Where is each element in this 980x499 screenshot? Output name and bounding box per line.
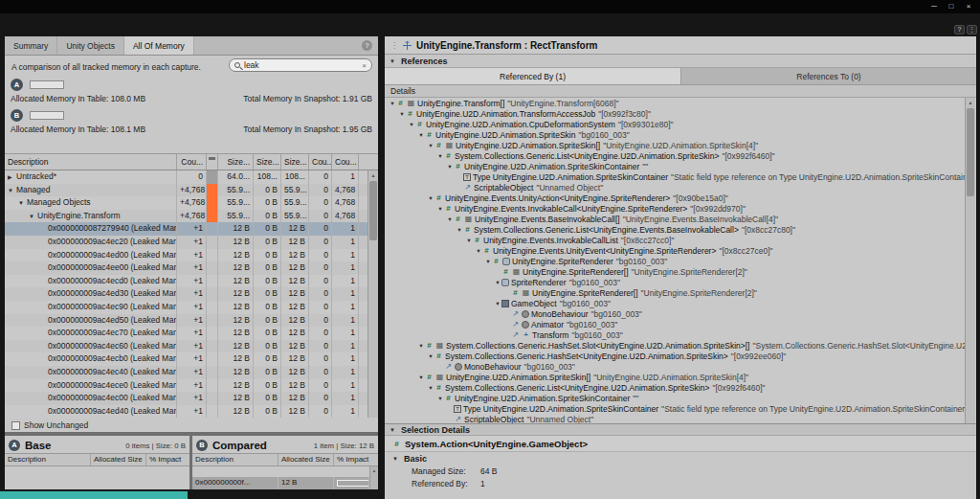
- tree-node[interactable]: ▼#UnityEngine.Events.InvokableCall<Unity…: [385, 203, 965, 214]
- selection-details-header[interactable]: ▼ Selection Details: [385, 423, 976, 436]
- tree-expander-icon[interactable]: ▼: [465, 238, 473, 243]
- row-expander-icon[interactable]: ▼: [8, 185, 16, 197]
- tree-node[interactable]: ▼#UnityEngine.Events.UnityAction<UnityEn…: [385, 193, 965, 203]
- tree-node[interactable]: ↗MonoBehaviour"bg0160_003": [385, 361, 965, 372]
- memory-table-row[interactable]: 0x000000009ac4ece0 (Leaked Managed Shell…: [5, 379, 368, 393]
- tree-expander-icon[interactable]: ▼: [417, 132, 425, 138]
- column-header-count-a[interactable]: Cou...: [309, 154, 332, 170]
- memory-table-row[interactable]: ▶Untracked*064.0...108...108...01: [5, 170, 368, 184]
- tree-node[interactable]: ▼#UnityEngine.U2D.Animation.SpriteSkin"b…: [385, 129, 965, 140]
- tree-node[interactable]: ▼#▦UnityEngine.Events.BaseInvokableCall[…: [385, 214, 965, 224]
- panel-help-icon[interactable]: ?: [362, 40, 372, 51]
- column-header-size-a[interactable]: Size...: [218, 154, 254, 170]
- tree-node[interactable]: ▼#UnityEngine.U2D.Animation.SpriteSkinCo…: [385, 393, 965, 403]
- memory-table-row[interactable]: 0x000000009ac4ec40 (Leaked Managed Shell…: [5, 366, 368, 379]
- tree-expander-icon[interactable]: ▼: [446, 164, 454, 170]
- tree-node[interactable]: #▦UnityEngine.SpriteRenderer[]"UnityEngi…: [385, 287, 965, 298]
- column-header[interactable]: % Impact: [146, 454, 189, 465]
- tree-node[interactable]: #▦UnityEngine.SpriteRenderer[]"UnityEngi…: [385, 266, 965, 277]
- row-expander-icon[interactable]: ▶: [8, 171, 16, 184]
- column-header[interactable]: % Impact: [334, 454, 378, 465]
- tree-node[interactable]: ▼#System.Collections.Generic.List<UnityE…: [385, 150, 965, 161]
- tree-node[interactable]: ▼#▦UnityEngine.Transform[]"UnityEngine.T…: [385, 98, 965, 108]
- compared-scrollbar[interactable]: ▲: [369, 466, 378, 489]
- show-unchanged-checkbox[interactable]: [11, 421, 20, 430]
- memory-table-row[interactable]: ▼UnityEngine.Transform+4,76855.9...0 B55…: [5, 210, 368, 223]
- tree-scroll-up-icon[interactable]: ▲: [966, 98, 975, 107]
- row-expander-icon[interactable]: ▼: [18, 197, 27, 210]
- tree-expander-icon[interactable]: ▼: [475, 248, 482, 254]
- tree-node[interactable]: ↗MonoBehaviour"bg0160_003": [385, 308, 965, 319]
- references-expander-icon[interactable]: ▼: [390, 58, 398, 64]
- tree-node[interactable]: TType UnityEngine.U2D.Animation.SpriteSk…: [385, 171, 965, 182]
- tree-node[interactable]: ↗ScriptableObject"Unnamed Object": [385, 414, 965, 423]
- tree-node[interactable]: ▼#System.Collections.Generic.List<UnityE…: [385, 382, 965, 393]
- column-header-impact[interactable]: [207, 154, 218, 170]
- memory-table-row[interactable]: 0x000000009ac4ee00 (Leaked Managed Shell…: [5, 261, 368, 275]
- help-icon[interactable]: ?: [954, 25, 965, 34]
- memory-table-scrollbar[interactable]: ▲: [368, 170, 378, 418]
- tree-node[interactable]: TType UnityEngine.U2D.Animation.SpriteSk…: [385, 403, 965, 414]
- tab-unity-objects[interactable]: Unity Objects: [57, 36, 124, 55]
- tree-node[interactable]: ▼#System.Collections.Generic.List<UnityE…: [385, 224, 965, 235]
- tree-expander-icon[interactable]: ▼: [398, 111, 406, 117]
- memory-table-row[interactable]: 0x0000000087279940 (Leaked Managed Shell…: [5, 222, 368, 236]
- tree-expander-icon[interactable]: ▼: [446, 216, 454, 222]
- memory-table-row[interactable]: 0x000000009ac4ec70 (Leaked Managed Shell…: [5, 327, 368, 340]
- drag-handle-icon[interactable]: ⋮: [390, 41, 398, 50]
- tree-expander-icon[interactable]: ▼: [417, 343, 425, 349]
- memory-table-row[interactable]: 0x000000009ac4ecd0 (Leaked Managed Shell…: [5, 275, 368, 288]
- tree-expander-icon[interactable]: ▼: [427, 195, 434, 201]
- tab-references-to[interactable]: References To (0): [680, 68, 976, 84]
- tree-expander-icon[interactable]: ▼: [389, 101, 396, 106]
- basic-section-header[interactable]: ▼ Basic: [385, 452, 976, 465]
- row-expander-icon[interactable]: ▼: [29, 211, 37, 223]
- search-input[interactable]: leak ×: [229, 58, 372, 72]
- tree-expander-icon[interactable]: ▼: [427, 143, 434, 148]
- column-header-size-b[interactable]: Size...: [254, 154, 281, 170]
- tree-expander-icon[interactable]: ▼: [456, 227, 463, 233]
- memory-table-row[interactable]: 0x000000009ac4ed50 (Leaked Managed Shell…: [5, 314, 368, 328]
- tree-node[interactable]: ↗+Transform"bg0160_003": [385, 329, 965, 340]
- column-header[interactable]: Description: [5, 454, 91, 465]
- tree-expander-icon[interactable]: ▼: [417, 374, 425, 380]
- memory-table-row[interactable]: 0x000000009ac4ed40 (Leaked Managed Shell…: [5, 405, 368, 418]
- menu-icon[interactable]: ⋮: [967, 25, 977, 34]
- memory-table-row[interactable]: 0x000000009ac4ec90 (Leaked Managed Shell…: [5, 301, 368, 314]
- tree-node[interactable]: ↗ScriptableObject"Unnamed Object": [385, 182, 965, 193]
- tree-expander-icon[interactable]: ▼: [427, 385, 434, 391]
- tree-node[interactable]: ▼#▦UnityEngine.U2D.Animation.SpriteSkin[…: [385, 372, 965, 382]
- close-icon[interactable]: ×: [961, 1, 976, 12]
- tab-referenced-by[interactable]: Referenced By (1): [385, 68, 680, 84]
- tree-node[interactable]: ▼#UnityEngine.U2D.Animation.TransformAcc…: [385, 108, 965, 119]
- scroll-up-icon[interactable]: ▲: [368, 170, 378, 180]
- references-section-header[interactable]: ▼ References: [385, 55, 976, 68]
- tree-node[interactable]: ↗Animator"bg0160_003": [385, 319, 965, 329]
- basic-expander-icon[interactable]: ▼: [392, 456, 401, 462]
- tree-node[interactable]: ▼SpriteRenderer"bg0160_003": [385, 277, 965, 287]
- tree-node[interactable]: ▼#UnityEngine.U2D.Animation.CpuDeformati…: [385, 119, 965, 129]
- column-header[interactable]: Description: [192, 454, 278, 465]
- tab-summary[interactable]: Summary: [5, 36, 57, 55]
- minimize-icon[interactable]: ─: [926, 1, 942, 12]
- tree-expander-icon[interactable]: ▼: [408, 122, 415, 127]
- tree-expander-icon[interactable]: ▼: [436, 206, 444, 212]
- column-header[interactable]: Allocated Size: [278, 454, 334, 465]
- memory-table-row[interactable]: ▼Managed+4,76855.9...0 B55.9...04,768: [5, 184, 368, 197]
- memory-table-row[interactable]: ▼Managed Objects+4,76855.9...0 B55.9...0…: [5, 196, 368, 210]
- tree-node[interactable]: ▼#UnityEngine.Events.InvokableCallList"[…: [385, 235, 965, 245]
- tree-node[interactable]: ▼#System.Collections.Generic.HashSet<Uni…: [385, 351, 965, 361]
- memory-table-row[interactable]: 0x000000009ac4ec20 (Leaked Managed Shell…: [5, 236, 368, 249]
- tree-expander-icon[interactable]: ▼: [484, 259, 492, 264]
- show-unchanged-toggle[interactable]: Show Unchanged: [11, 420, 88, 430]
- memory-table-row[interactable]: 0x000000009ac4ec60 (Leaked Managed Shell…: [5, 340, 368, 353]
- maximize-icon[interactable]: □: [944, 1, 959, 12]
- tab-all-of-memory[interactable]: All Of Memory: [124, 36, 194, 55]
- tree-expander-icon[interactable]: ▼: [494, 280, 501, 285]
- compared-row[interactable]: 0x000000000f...12 B: [192, 477, 369, 489]
- memory-table-row[interactable]: 0x000000009ac4ed00 (Leaked Managed Shell…: [5, 249, 368, 262]
- selection-details-expander-icon[interactable]: ▼: [390, 427, 398, 433]
- scroll-thumb[interactable]: [369, 181, 377, 240]
- search-clear-icon[interactable]: ×: [362, 61, 367, 70]
- column-header[interactable]: Allocated Size: [91, 454, 146, 465]
